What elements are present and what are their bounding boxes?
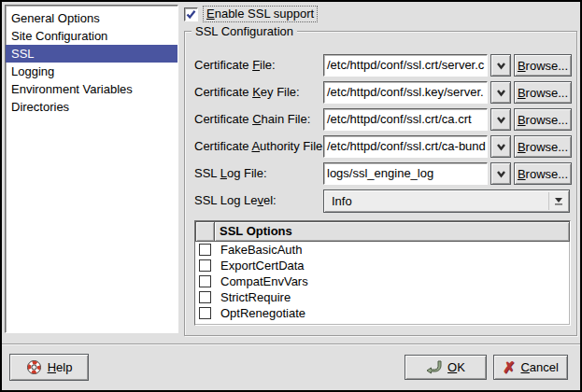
httpd-ssl-config-dialog: General Options Site Configuration SSL L…: [0, 0, 582, 392]
certificate-chain-file-input[interactable]: /etc/httpd/conf/ssl.crt/ca.crt: [323, 108, 488, 131]
certificate-key-file-input[interactable]: /etc/httpd/conf/ssl.key/server.: [323, 81, 488, 104]
ssl-log-file-input[interactable]: logs/ssl_engine_log: [323, 162, 488, 185]
chevron-down-icon: [496, 170, 506, 178]
option-menu-arrow-icon: [548, 192, 567, 210]
cancel-x-icon: ✗: [503, 360, 515, 375]
table-row-strictrequire[interactable]: StrictRequire: [195, 289, 570, 305]
cancel-label: Cancel: [520, 360, 558, 374]
ssl-log-file-row: SSL Log File: logs/ssl_engine_log Browse…: [185, 162, 576, 185]
sidebar-item-directories[interactable]: Directories: [6, 98, 177, 116]
ssl-options-table: SSL Options FakeBasicAuth ExportCertData…: [194, 220, 571, 326]
certificate-key-file-browse-button[interactable]: Browse...: [514, 81, 572, 104]
enable-ssl-checkbox[interactable]: [184, 7, 198, 21]
ok-label: OK: [447, 360, 465, 374]
compatenvvars-checkbox[interactable]: [199, 275, 211, 287]
table-row-compatenvvars[interactable]: CompatEnvVars: [195, 273, 570, 289]
ok-enter-arrow-icon: [426, 360, 442, 374]
certificate-key-file-label: Certificate Key File:: [194, 81, 300, 104]
option-label: CompatEnvVars: [220, 273, 308, 289]
button-area-separator: [2, 343, 580, 345]
certificate-chain-file-browse-button[interactable]: Browse...: [514, 108, 572, 131]
certificate-chain-file-row: Certificate Chain File: /etc/httpd/conf/…: [185, 108, 576, 131]
chevron-down-icon: [496, 89, 506, 97]
certificate-authority-file-row: Certificate Authority File: /etc/httpd/c…: [185, 135, 576, 158]
certificate-chain-file-label: Certificate Chain File:: [194, 108, 310, 131]
option-label: OptRenegotiate: [220, 305, 305, 321]
ok-button[interactable]: OK: [405, 355, 487, 380]
enable-ssl-label: Enable SSL support: [203, 6, 318, 22]
table-row-optrenegotiate[interactable]: OptRenegotiate: [195, 305, 570, 321]
exportcertdata-checkbox[interactable]: [199, 259, 211, 272]
ssl-options-column-header[interactable]: SSL Options: [214, 221, 570, 242]
option-label: FakeBasicAuth: [220, 242, 302, 258]
table-row-exportcertdata[interactable]: ExportCertData: [195, 258, 570, 273]
strictrequire-checkbox[interactable]: [199, 291, 211, 303]
ssl-log-level-value: Info: [324, 190, 548, 212]
certificate-key-file-dropdown-button[interactable]: [490, 81, 511, 104]
sidebar-item-environment-variables[interactable]: Environment Variables: [6, 80, 177, 98]
certificate-authority-file-input[interactable]: /etc/httpd/conf/ssl.crt/ca-bund: [323, 135, 488, 158]
ssl-log-file-dropdown-button[interactable]: [490, 162, 511, 185]
ssl-log-level-row: SSL Log Level: Info: [185, 189, 576, 212]
certificate-file-label: Certificate File:: [194, 54, 276, 77]
enable-ssl-row: Enable SSL support: [184, 6, 318, 22]
option-label: StrictRequire: [220, 289, 291, 305]
certificate-file-input[interactable]: /etc/httpd/conf/ssl.crt/server.c: [323, 54, 488, 77]
sidebar-item-ssl[interactable]: SSL: [6, 45, 177, 63]
optrenegotiate-checkbox[interactable]: [199, 307, 211, 319]
chevron-down-icon: [496, 143, 506, 151]
certificate-authority-file-label: Certificate Authority File:: [194, 135, 326, 158]
certificate-authority-file-browse-button[interactable]: Browse...: [514, 135, 572, 158]
ssl-options-checkbox-column-header[interactable]: [195, 221, 214, 242]
certificate-authority-file-dropdown-button[interactable]: [490, 135, 511, 158]
certificate-file-browse-button[interactable]: Browse...: [514, 54, 572, 77]
cancel-button[interactable]: ✗ Cancel: [493, 355, 568, 380]
certificate-file-row: Certificate File: /etc/httpd/conf/ssl.cr…: [185, 54, 576, 77]
ssl-log-level-select[interactable]: Info: [323, 189, 570, 213]
sidebar-item-general-options[interactable]: General Options: [6, 9, 177, 27]
ssl-log-file-label: SSL Log File:: [194, 162, 267, 185]
fakebasicauth-checkbox[interactable]: [199, 244, 211, 256]
ssl-configuration-frame: SSL Configuration Certificate File: /etc…: [184, 31, 577, 336]
help-button[interactable]: Help: [9, 354, 89, 381]
sidebar-item-site-configuration[interactable]: Site Configuration: [6, 27, 177, 45]
table-row-fakebasicauth[interactable]: FakeBasicAuth: [195, 242, 570, 258]
help-label: Help: [48, 360, 73, 374]
lifebuoy-help-icon: [26, 359, 42, 375]
checkmark-icon: [185, 8, 197, 21]
ssl-log-level-label: SSL Log Level:: [194, 189, 277, 212]
chevron-down-icon: [496, 116, 506, 124]
ssl-log-file-browse-button[interactable]: Browse...: [514, 162, 572, 185]
sidebar-item-logging[interactable]: Logging: [6, 63, 177, 80]
certificate-key-file-row: Certificate Key File: /etc/httpd/conf/ss…: [185, 81, 576, 104]
certificate-chain-file-dropdown-button[interactable]: [490, 108, 511, 131]
ssl-options-header-row: SSL Options: [195, 221, 570, 242]
frame-title: SSL Configuration: [192, 24, 297, 38]
option-label: ExportCertData: [220, 258, 305, 273]
certificate-file-dropdown-button[interactable]: [490, 54, 511, 77]
category-list: General Options Site Configuration SSL L…: [5, 5, 178, 333]
chevron-down-icon: [496, 62, 506, 70]
